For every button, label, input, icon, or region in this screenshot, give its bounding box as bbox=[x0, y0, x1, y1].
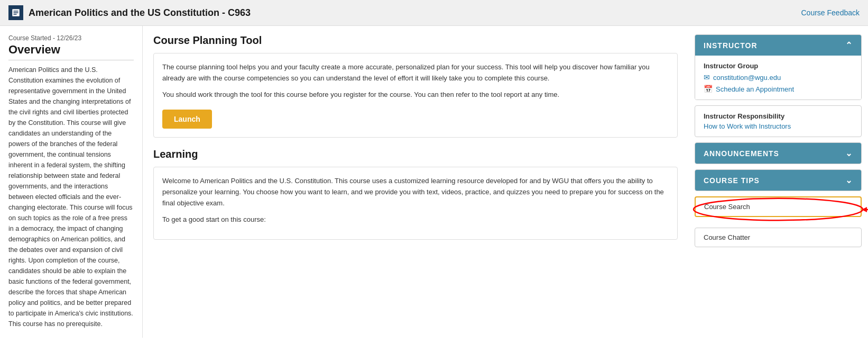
svg-rect-2 bbox=[14, 12, 19, 13]
announcements-label: ANNOUNCEMENTS bbox=[704, 149, 779, 158]
schedule-appointment-link[interactable]: Schedule an Appointment bbox=[716, 85, 794, 93]
schedule-link-row: 📅 Schedule an Appointment bbox=[704, 85, 853, 93]
learning-card: Welcome to American Politics and the U.S… bbox=[153, 167, 678, 239]
course-tips-section: COURSE TIPS ⌄ bbox=[695, 169, 862, 191]
course-planning-section: Course Planning Tool The course planning… bbox=[153, 34, 678, 138]
calendar-icon: 📅 bbox=[704, 85, 713, 93]
launch-button[interactable]: Launch bbox=[162, 110, 212, 129]
course-search-box[interactable]: Course Search bbox=[695, 196, 862, 217]
instructor-email-link[interactable]: constitution@wgu.edu bbox=[713, 74, 781, 82]
course-chatter-label: Course Chatter bbox=[704, 233, 750, 241]
planning-tool-para2: You should work through the tool for thi… bbox=[162, 89, 669, 101]
learning-section: Learning Welcome to American Politics an… bbox=[153, 148, 678, 239]
course-tips-chevron-icon: ⌄ bbox=[845, 175, 853, 185]
instructor-body: Instructor Group ✉ constitution@wgu.edu … bbox=[695, 56, 861, 100]
left-column: Course Started - 12/26/23 Overview Ameri… bbox=[0, 26, 143, 338]
learning-title: Learning bbox=[153, 148, 678, 160]
learning-para1: Welcome to American Politics and the U.S… bbox=[162, 176, 669, 209]
planning-tool-card: The course planning tool helps you and y… bbox=[153, 53, 678, 138]
course-search-label: Course Search bbox=[704, 203, 750, 211]
course-tips-label: COURSE TIPS bbox=[704, 176, 760, 185]
responsibility-title: Instructor Responsibility bbox=[704, 112, 853, 120]
course-started-date: Course Started - 12/26/23 bbox=[8, 34, 134, 42]
instructor-responsibility-section: Instructor Responsibility How to Work wi… bbox=[695, 105, 862, 137]
learning-para2: To get a good start on this course: bbox=[162, 214, 669, 225]
how-to-work-link[interactable]: How to Work with Instructors bbox=[704, 122, 791, 130]
instructor-header[interactable]: INSTRUCTOR ⌃ bbox=[695, 35, 861, 56]
header-left: American Politics and the US Constitutio… bbox=[8, 5, 251, 20]
overview-title: Overview bbox=[8, 43, 134, 60]
instructor-section: INSTRUCTOR ⌃ Instructor Group ✉ constitu… bbox=[695, 34, 862, 100]
page-title: American Politics and the US Constitutio… bbox=[29, 7, 251, 19]
instructor-header-label: INSTRUCTOR bbox=[704, 41, 758, 50]
announcements-header[interactable]: ANNOUNCEMENTS ⌄ bbox=[695, 143, 861, 164]
svg-marker-6 bbox=[862, 207, 867, 212]
planning-tool-para1: The course planning tool helps you and y… bbox=[162, 62, 669, 84]
announcements-chevron-icon: ⌄ bbox=[845, 148, 853, 158]
header: American Politics and the US Constitutio… bbox=[0, 0, 868, 26]
instructor-group-label: Instructor Group bbox=[704, 62, 853, 70]
course-search-wrapper: Course Search bbox=[695, 196, 862, 222]
right-column: INSTRUCTOR ⌃ Instructor Group ✉ constitu… bbox=[688, 26, 868, 338]
course-icon bbox=[8, 5, 23, 20]
course-feedback-link[interactable]: Course Feedback bbox=[801, 8, 860, 17]
svg-rect-3 bbox=[14, 14, 17, 15]
email-icon: ✉ bbox=[704, 73, 710, 82]
page-wrapper: American Politics and the US Constitutio… bbox=[0, 0, 868, 361]
svg-rect-1 bbox=[14, 11, 19, 12]
planning-tool-title: Course Planning Tool bbox=[153, 34, 678, 47]
overview-text: American Politics and the U.S. Constitut… bbox=[8, 65, 134, 329]
main-layout: Course Started - 12/26/23 Overview Ameri… bbox=[0, 26, 868, 338]
instructor-chevron-icon: ⌃ bbox=[845, 40, 853, 50]
course-tips-header[interactable]: COURSE TIPS ⌄ bbox=[695, 170, 861, 191]
announcements-section: ANNOUNCEMENTS ⌄ bbox=[695, 142, 862, 164]
instructor-email-row: ✉ constitution@wgu.edu bbox=[704, 73, 853, 82]
course-chatter-box[interactable]: Course Chatter bbox=[695, 228, 862, 247]
middle-column: Course Planning Tool The course planning… bbox=[143, 26, 688, 338]
